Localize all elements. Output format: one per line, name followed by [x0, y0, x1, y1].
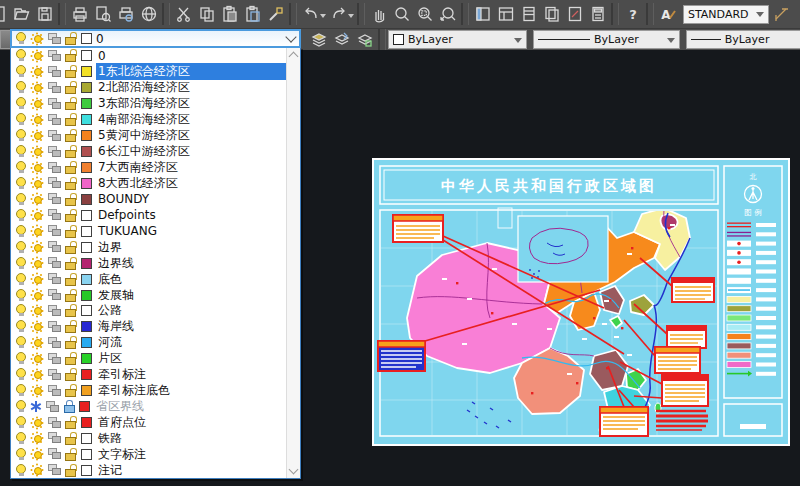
- freeze-viewport-icon[interactable]: [48, 417, 61, 429]
- bulb-on-icon[interactable]: [16, 400, 26, 413]
- scroll-down-icon[interactable]: [289, 465, 299, 475]
- layer-row-Defpoints[interactable]: Defpoints: [11, 207, 300, 223]
- bulb-on-icon[interactable]: [16, 320, 26, 333]
- sun-thaw-icon[interactable]: [30, 161, 44, 175]
- sun-thaw-icon[interactable]: [30, 416, 44, 430]
- lock-open-icon[interactable]: [65, 161, 77, 174]
- linetype-combo[interactable]: ByLayer: [533, 30, 680, 49]
- text-style-combo[interactable]: STANDARD: [683, 5, 769, 24]
- lock-open-icon[interactable]: [65, 97, 77, 110]
- layer-row-TUKUANG[interactable]: TUKUANG: [11, 223, 300, 239]
- lock-open-icon[interactable]: [65, 145, 77, 158]
- sun-thaw-icon[interactable]: [30, 208, 44, 222]
- bulb-on-icon[interactable]: [16, 129, 26, 142]
- layer-color-swatch[interactable]: [81, 33, 92, 44]
- chevron-down-icon[interactable]: [667, 38, 675, 47]
- copy-button[interactable]: [195, 2, 218, 26]
- freeze-viewport-icon[interactable]: [48, 273, 61, 285]
- layer-row-海岸线[interactable]: 海岸线: [11, 319, 300, 335]
- freeze-viewport-icon[interactable]: [48, 177, 61, 189]
- lock-open-icon[interactable]: [65, 65, 77, 78]
- bulb-on-icon[interactable]: [16, 384, 26, 397]
- lock-open-icon[interactable]: [65, 289, 77, 302]
- layer-color-swatch[interactable]: [81, 130, 92, 141]
- layer-color-swatch[interactable]: [81, 66, 92, 77]
- dwf-globe-button[interactable]: [137, 2, 160, 26]
- open-button[interactable]: [10, 2, 33, 26]
- bulb-on-icon[interactable]: [16, 273, 26, 286]
- chevron-down-icon[interactable]: [285, 31, 296, 42]
- freeze-viewport-icon[interactable]: [48, 33, 61, 45]
- lock-closed-icon[interactable]: [63, 400, 75, 413]
- lock-open-icon[interactable]: [65, 193, 77, 206]
- freeze-viewport-icon[interactable]: [48, 209, 61, 221]
- designcenter-button[interactable]: [494, 2, 517, 26]
- layer-row-6长江中游经济区[interactable]: 6长江中游经济区: [11, 144, 300, 160]
- snowflake-frozen-icon[interactable]: [30, 400, 42, 413]
- layer-color-swatch[interactable]: [81, 353, 92, 364]
- dropdown-scrollbar[interactable]: [286, 48, 300, 478]
- layer-row-牵引标注底色[interactable]: 牵引标注底色: [11, 383, 300, 399]
- layer-color-swatch[interactable]: [81, 433, 92, 444]
- layer-row-3东部沿海经济区[interactable]: 3东部沿海经济区: [11, 96, 300, 112]
- layer-color-swatch[interactable]: [81, 369, 92, 380]
- freeze-viewport-icon[interactable]: [48, 98, 61, 110]
- lock-open-icon[interactable]: [65, 352, 77, 365]
- sun-thaw-icon[interactable]: [30, 336, 44, 350]
- bulb-on-icon[interactable]: [16, 464, 26, 477]
- sun-thaw-icon[interactable]: [30, 145, 44, 159]
- zoom-realtime-button[interactable]: [390, 2, 413, 26]
- plot-button[interactable]: [68, 2, 91, 26]
- layer-color-swatch[interactable]: [81, 465, 92, 476]
- layer-color-swatch[interactable]: [81, 178, 92, 189]
- bulb-on-icon[interactable]: [16, 177, 26, 190]
- bulb-on-icon[interactable]: [16, 352, 26, 365]
- sun-thaw-icon[interactable]: [30, 176, 44, 190]
- layer-row-1东北综合经济区[interactable]: 1东北综合经济区: [11, 64, 300, 80]
- layer-row-4南部沿海经济区[interactable]: 4南部沿海经济区: [11, 112, 300, 128]
- zoom-previous-button[interactable]: [436, 2, 459, 26]
- sun-thaw-icon[interactable]: [30, 384, 44, 398]
- bulb-on-icon[interactable]: [16, 113, 26, 126]
- bulb-on-icon[interactable]: [16, 209, 26, 222]
- save-button[interactable]: [33, 2, 56, 26]
- chevron-down-icon[interactable]: [514, 38, 522, 47]
- lock-open-icon[interactable]: [65, 81, 77, 94]
- lock-open-icon[interactable]: [65, 129, 77, 142]
- layer-color-swatch[interactable]: [81, 258, 92, 269]
- sun-thaw-icon[interactable]: [30, 447, 44, 461]
- layer-color-swatch[interactable]: [79, 401, 90, 412]
- layer-row-省区界线[interactable]: 省区界线: [11, 399, 300, 415]
- china-map-drawing[interactable]: 中华人民共和国行政区域图: [372, 158, 790, 446]
- properties-button[interactable]: [471, 2, 494, 26]
- bulb-on-icon[interactable]: [16, 289, 26, 302]
- layer-color-swatch[interactable]: [81, 210, 92, 221]
- layer-row-BOUNDY[interactable]: BOUNDY: [11, 191, 300, 207]
- freeze-viewport-icon[interactable]: [48, 321, 61, 333]
- layer-color-swatch[interactable]: [81, 385, 92, 396]
- layer-color-swatch[interactable]: [81, 50, 92, 61]
- sun-thaw-icon[interactable]: [30, 49, 44, 63]
- layer-row-河流[interactable]: 河流: [11, 335, 300, 351]
- lock-open-icon[interactable]: [65, 448, 77, 461]
- layer-row-底色[interactable]: 底色: [11, 271, 300, 287]
- layer-row-7大西南经济区[interactable]: 7大西南经济区: [11, 160, 300, 176]
- freeze-viewport-icon[interactable]: [48, 82, 61, 94]
- zoom-window-button[interactable]: [413, 2, 436, 26]
- layer-color-swatch[interactable]: [81, 417, 92, 428]
- lineweight-combo[interactable]: ByLayer: [686, 30, 800, 49]
- bulb-on-icon[interactable]: [16, 81, 26, 94]
- bulb-on-icon[interactable]: [16, 257, 26, 270]
- lock-open-icon[interactable]: [65, 113, 77, 126]
- layer-row-0[interactable]: 0: [11, 48, 300, 64]
- plot-preview-button[interactable]: [91, 2, 114, 26]
- freeze-viewport-icon[interactable]: [48, 385, 61, 397]
- bulb-on-icon[interactable]: [16, 161, 26, 174]
- quickcalc-button[interactable]: [586, 2, 609, 26]
- layer-row-片区[interactable]: 片区: [11, 351, 300, 367]
- bulb-on-icon[interactable]: [16, 241, 26, 254]
- layer-color-swatch[interactable]: [81, 146, 92, 157]
- layer-row-注记[interactable]: 注记: [11, 462, 300, 478]
- layer-color-swatch[interactable]: [81, 114, 92, 125]
- freeze-viewport-icon[interactable]: [48, 130, 61, 142]
